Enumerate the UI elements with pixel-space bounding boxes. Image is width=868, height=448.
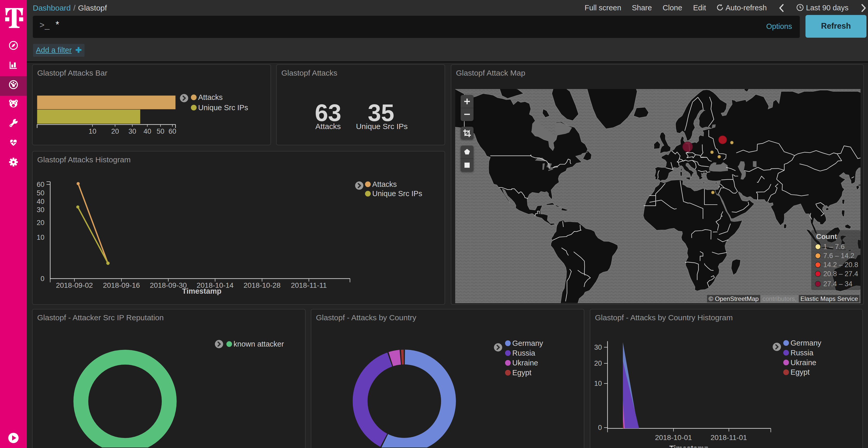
svg-text:2018-09-30: 2018-09-30 xyxy=(150,281,187,289)
svg-text:40: 40 xyxy=(144,128,151,135)
svg-text:50: 50 xyxy=(37,189,44,197)
svg-text:20: 20 xyxy=(111,128,119,135)
svg-text:Unique Src IPs: Unique Src IPs xyxy=(356,122,408,131)
svg-text:2018-10-28: 2018-10-28 xyxy=(244,281,281,289)
svg-text:0: 0 xyxy=(40,275,44,283)
svg-text:Egypt: Egypt xyxy=(512,369,531,377)
svg-text:Egypt: Egypt xyxy=(790,368,810,376)
svg-text:Count: Count xyxy=(816,233,837,241)
svg-text:Unique Src IPs: Unique Src IPs xyxy=(198,103,248,112)
svg-text:2018-09-02: 2018-09-02 xyxy=(56,281,93,289)
svg-text:Ukraine: Ukraine xyxy=(512,359,538,367)
svg-text:7.6 – 14.2: 7.6 – 14.2 xyxy=(823,252,854,260)
svg-text:2018-10-01: 2018-10-01 xyxy=(655,434,692,442)
svg-text:60: 60 xyxy=(168,128,176,135)
svg-text:Germany: Germany xyxy=(512,339,543,347)
svg-text:2018-11-01: 2018-11-01 xyxy=(710,434,747,442)
svg-text:Attacks: Attacks xyxy=(198,93,223,101)
svg-text:30: 30 xyxy=(594,343,602,351)
svg-text:30: 30 xyxy=(37,206,44,214)
svg-text:Russia: Russia xyxy=(512,349,535,357)
svg-text:10: 10 xyxy=(594,380,602,387)
svg-text:10: 10 xyxy=(89,128,96,135)
svg-text:0: 0 xyxy=(598,424,602,432)
svg-text:14.2 – 20.8: 14.2 – 20.8 xyxy=(823,261,858,269)
svg-text:60: 60 xyxy=(37,181,44,188)
svg-text:2018-11-11: 2018-11-11 xyxy=(291,281,327,289)
svg-text:27.4 – 34: 27.4 – 34 xyxy=(823,280,852,288)
svg-text:2018-09-16: 2018-09-16 xyxy=(103,281,140,289)
svg-text:Ukraine: Ukraine xyxy=(790,358,816,367)
svg-text:20.8 – 27.4: 20.8 – 27.4 xyxy=(823,270,858,278)
svg-text:20: 20 xyxy=(37,219,44,227)
svg-text:Germany: Germany xyxy=(790,339,822,347)
svg-text:Unique Src IPs: Unique Src IPs xyxy=(372,189,422,198)
svg-text:40: 40 xyxy=(37,198,44,205)
svg-text:Attacks: Attacks xyxy=(372,180,397,188)
svg-text:30: 30 xyxy=(128,128,136,135)
svg-text:20: 20 xyxy=(594,359,602,367)
svg-text:50: 50 xyxy=(157,128,164,135)
svg-text:Russia: Russia xyxy=(790,349,814,357)
svg-text:Timestamp: Timestamp xyxy=(182,287,222,295)
svg-text:Timestamp: Timestamp xyxy=(669,444,709,447)
svg-text:known attacker: known attacker xyxy=(234,340,284,348)
svg-text:1 – 7.6: 1 – 7.6 xyxy=(823,243,845,250)
svg-text:10: 10 xyxy=(37,234,44,241)
svg-text:Attacks: Attacks xyxy=(315,122,341,131)
